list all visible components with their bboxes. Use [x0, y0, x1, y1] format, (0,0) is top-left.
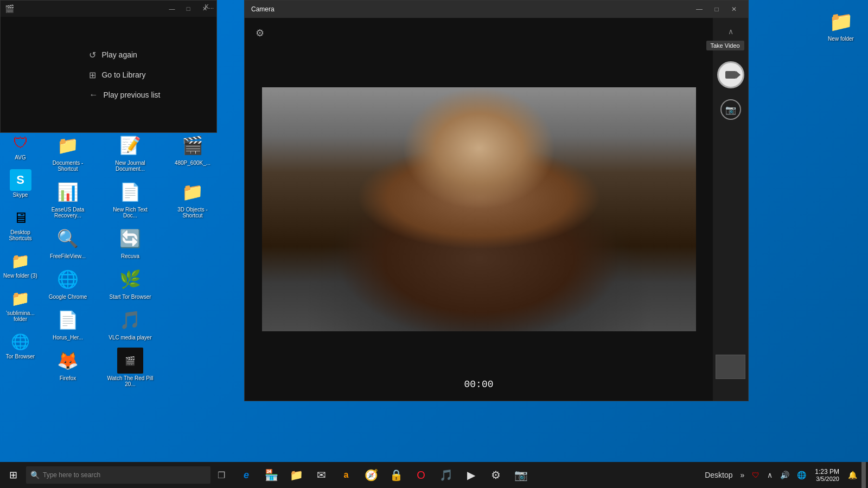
camera-settings-button[interactable]: ⚙ [251, 24, 269, 42]
sublimina-folder-item[interactable]: 📁 'sublimina... folder [2, 286, 40, 324]
new-journal-item[interactable]: 📝 New Journal Document... [103, 130, 157, 174]
up-arrow-icon: ∧ [767, 471, 773, 479]
notification-icon: 🔔 [848, 471, 857, 479]
taskbar-clock[interactable]: 1:23 PM 3/5/2020 [810, 462, 844, 488]
easeus-item[interactable]: 📊 EaseUS Data Recovery... [41, 177, 95, 221]
notification-center[interactable]: 🔔 [845, 462, 860, 488]
avg-tray[interactable]: 🛡 [749, 462, 763, 488]
camera-maximize-button[interactable]: □ [709, 3, 724, 15]
480p-video-item[interactable]: 🎬 480P_600K_... [165, 130, 220, 174]
taskbar-amazon[interactable]: a [334, 462, 358, 488]
horus-icon: 📄 [55, 307, 81, 333]
taskbar-store[interactable]: 🏪 [259, 462, 283, 488]
recuva-item[interactable]: 🔄 Recuva [103, 223, 157, 261]
play-again-icon: ↺ [89, 50, 96, 60]
desktop-left-icons: 🛡 AVG S Skype 🖥 Desktop Shortcuts 📁 New … [0, 130, 41, 361]
windows-icon: ⊞ [9, 469, 17, 481]
freefileview-item[interactable]: 🔍 FreeFileView... [41, 223, 95, 261]
person-overlay [262, 87, 696, 331]
taskbar-tor[interactable]: 🔒 [384, 462, 408, 488]
taskbar-settings[interactable]: ⚙ [484, 462, 508, 488]
take-video-button[interactable] [717, 61, 744, 88]
tor-browser-left-icon: 🌐 [10, 331, 31, 352]
clock-time: 1:23 PM [815, 468, 839, 476]
camera-controls: — □ ✕ [692, 3, 742, 15]
media-menu: ↺ Play again ⊞ Go to Library ← Play prev… [56, 50, 160, 100]
mail-icon: ✉ [317, 468, 326, 481]
network-icon-item[interactable]: 🌐 [794, 462, 809, 488]
start-button[interactable]: ⊞ [0, 462, 26, 488]
taskbar-tripadvisor[interactable]: 🧭 [359, 462, 383, 488]
camera-timestamp: 00:00 [464, 379, 493, 390]
settings-icon: ⚙ [256, 27, 264, 39]
taskbar-camera[interactable]: 📷 [509, 462, 533, 488]
task-view-button[interactable]: ❐ [210, 462, 232, 488]
new-rich-text-icon: 📄 [117, 179, 143, 205]
3d-objects-item[interactable]: 📁 3D Objects - Shortcut [165, 177, 220, 221]
tor-browser-left-item[interactable]: 🌐 Tor Browser [2, 329, 40, 361]
skype-icon-item[interactable]: S Skype [2, 168, 40, 200]
recuva-label: Recuva [121, 253, 139, 259]
tor-taskbar-icon: 🔒 [390, 468, 403, 481]
chevron-more[interactable]: » [737, 462, 748, 488]
go-to-library-item[interactable]: ⊞ Go to Library [89, 70, 145, 80]
vlc-taskbar-icon: 🎵 [439, 468, 453, 481]
store-icon: 🏪 [265, 468, 278, 481]
documents-shortcut-item[interactable]: 📁 Documents - Shortcut [41, 130, 95, 174]
search-bar[interactable]: 🔍 Type here to search [26, 466, 210, 484]
avg-icon-item[interactable]: 🛡 AVG [2, 130, 40, 162]
firefox-item[interactable]: 🦊 Firefox [41, 345, 95, 389]
scroll-up-button[interactable]: ∧ [720, 23, 742, 40]
taskbar-opera[interactable]: O [409, 462, 433, 488]
play-again-item[interactable]: ↺ Play again [89, 50, 137, 60]
explorer-icon: 📁 [290, 468, 303, 481]
taskbar-explorer[interactable]: 📁 [284, 462, 308, 488]
camera-titlebar: Camera — □ ✕ [245, 1, 748, 18]
google-chrome-icon: 🌐 [55, 266, 81, 292]
vlc-item[interactable]: 🎵 VLC media player [103, 305, 157, 343]
new-folder-icon[interactable]: 📁 New folder [819, 5, 863, 44]
start-tor-browser-item[interactable]: 🌿 Start Tor Browser [103, 264, 157, 302]
freefileview-icon: 🔍 [55, 226, 81, 252]
new-journal-label: New Journal Document... [105, 160, 155, 172]
edge-icon: e [244, 470, 249, 481]
folder-icon: 📁 [827, 8, 855, 36]
camera-minimize-button[interactable]: — [692, 3, 707, 15]
minimize-button[interactable]: — [164, 3, 180, 14]
taskbar-media[interactable]: ▶ [459, 462, 483, 488]
empty-4 [165, 345, 220, 389]
desktop-shortcuts-item[interactable]: 🖥 Desktop Shortcuts [2, 205, 40, 243]
maximize-button[interactable]: □ [181, 3, 196, 14]
new-folder-3-item[interactable]: 📁 New folder (3) [2, 248, 40, 280]
documents-shortcut-label: Documents - Shortcut [43, 160, 93, 172]
google-chrome-item[interactable]: 🌐 Google Chrome [41, 264, 95, 302]
volume-icon: 🔊 [780, 471, 789, 479]
tripadvisor-icon: 🧭 [365, 468, 378, 481]
show-desktop-button[interactable] [861, 462, 866, 488]
volume-icon-item[interactable]: 🔊 [777, 462, 793, 488]
take-photo-button[interactable]: 📷 [720, 99, 741, 120]
empty-2 [165, 264, 220, 302]
taskbar-mail[interactable]: ✉ [309, 462, 333, 488]
new-rich-text-label: New Rich Text Doc... [105, 207, 155, 219]
new-rich-text-item[interactable]: 📄 New Rich Text Doc... [103, 177, 157, 221]
watch-red-pill-item[interactable]: 🎬 Watch The Red Pill 20... [103, 345, 157, 389]
sublimina-folder-icon: 📁 [10, 287, 31, 309]
k-label: K... [205, 3, 214, 10]
documents-shortcut-icon: 📁 [55, 132, 81, 158]
taskbar-vlc[interactable]: 🎵 [434, 462, 458, 488]
horus-item[interactable]: 📄 Horus_Her... [41, 305, 95, 343]
chevron-up-icon: ∧ [728, 27, 733, 36]
taskbar-edge[interactable]: e [234, 462, 258, 488]
sublimina-folder-label: 'sublimina... folder [3, 310, 38, 322]
media-content: ↺ Play again ⊞ Go to Library ← Play prev… [1, 17, 216, 132]
camera-taskbar-icon: 📷 [514, 468, 528, 481]
clock-date: 3/5/2020 [816, 476, 839, 482]
taskbar-system-tray: Desktop » 🛡 ∧ 🔊 🌐 1:23 PM 3/5/2020 [701, 462, 866, 488]
freefileview-label: FreeFileView... [50, 253, 86, 259]
camera-close-button[interactable]: ✕ [726, 3, 742, 15]
play-previous-item[interactable]: ← Play previous list [89, 90, 160, 100]
camera-feed [262, 87, 696, 331]
easeus-icon: 📊 [55, 179, 81, 205]
notification-area[interactable]: ∧ [764, 462, 776, 488]
